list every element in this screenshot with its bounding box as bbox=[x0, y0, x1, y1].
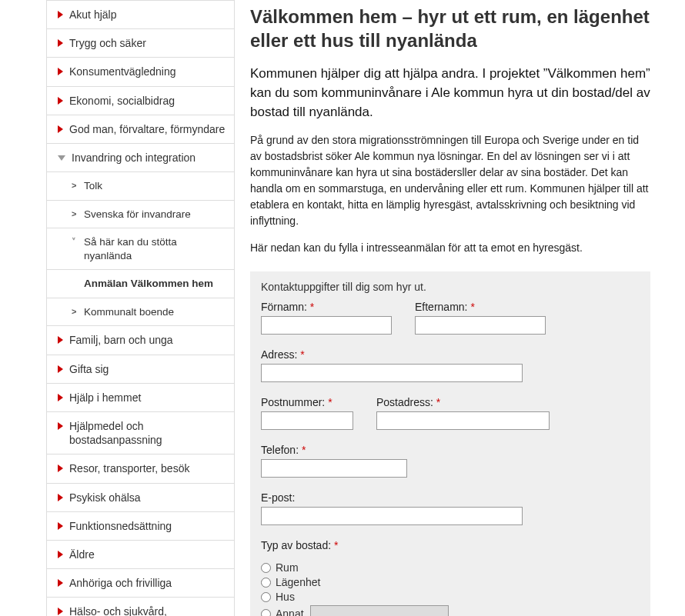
housing-option-label: Rum bbox=[276, 561, 299, 574]
chevron-right-icon bbox=[58, 422, 63, 430]
sidebar-item-label: Tolk bbox=[84, 179, 102, 193]
sidebar-item-4[interactable]: God man, förvaltare, förmyndare bbox=[47, 115, 234, 143]
chevron-right-icon bbox=[58, 97, 63, 105]
sidebar-item-label: Anhöriga och frivilliga bbox=[69, 576, 172, 590]
sidebar-item-label: Gifta sig bbox=[69, 362, 109, 376]
chevron-right-icon: > bbox=[72, 181, 78, 190]
housing-option-label: Lägenhet bbox=[276, 576, 320, 588]
sidebar-item-label: Funktionsnedsättning bbox=[69, 519, 172, 533]
page-title: Välkommen hem – hyr ut ett rum, en lägen… bbox=[250, 5, 650, 52]
lastname-label: Efternamn: * bbox=[415, 301, 546, 313]
sidebar-item-label: Så här kan du stötta nyanlända bbox=[84, 235, 226, 262]
sidebar-item-2[interactable]: Konsumentvägledning bbox=[47, 57, 234, 85]
sidebar-item-12[interactable]: Gifta sig bbox=[47, 355, 234, 383]
sidebar-item-17[interactable]: Funktionsnedsättning bbox=[47, 511, 234, 540]
sidebar-nav: Akut hjälpTrygg och säkerKonsumentvägled… bbox=[46, 0, 235, 616]
sidebar-item-label: Invandring och integration bbox=[72, 151, 195, 165]
phone-input[interactable] bbox=[261, 459, 407, 478]
chevron-right-icon bbox=[58, 551, 63, 558]
sidebar-item-label: Svenska för invandrare bbox=[84, 208, 191, 221]
housing-option-row: Annat bbox=[261, 605, 640, 616]
address-label: Adress: * bbox=[261, 348, 523, 361]
housing-radio-2[interactable] bbox=[261, 592, 271, 602]
housing-option-label: Hus bbox=[276, 591, 295, 603]
sidebar-item-13[interactable]: Hjälp i hemmet bbox=[47, 383, 234, 411]
contact-form: Kontaktuppgifter till dig som hyr ut. Fö… bbox=[250, 271, 650, 616]
chevron-right-icon bbox=[58, 11, 63, 18]
sidebar-item-label: Äldre bbox=[69, 548, 95, 561]
chevron-right-icon bbox=[58, 579, 63, 587]
sidebar-item-label: Anmälan Välkommen hem bbox=[84, 277, 213, 291]
sidebar-item-15[interactable]: Resor, transporter, besök bbox=[47, 454, 234, 482]
address-input[interactable] bbox=[261, 364, 523, 382]
chevron-right-icon: > bbox=[72, 209, 78, 218]
chevron-right-icon bbox=[58, 464, 63, 472]
sidebar-item-label: Kommunalt boende bbox=[84, 305, 174, 319]
firstname-input[interactable] bbox=[261, 316, 392, 335]
chevron-down-icon: ˅ bbox=[72, 237, 78, 247]
housing-label: Typ av bostad: * bbox=[261, 539, 640, 551]
sidebar-item-label: Konsumentvägledning bbox=[69, 65, 176, 78]
page-paragraph-2: Här nedan kan du fylla i intresseanmälan… bbox=[250, 240, 650, 256]
postcode-label: Postnummer: * bbox=[261, 396, 353, 408]
sidebar-item-label: Hjälpmedel och bostadsanpassning bbox=[69, 419, 226, 447]
chevron-right-icon bbox=[58, 608, 63, 615]
chevron-down-icon bbox=[58, 155, 65, 161]
chevron-right-icon bbox=[58, 68, 63, 75]
sidebar-item-label: Resor, transporter, besök bbox=[69, 461, 189, 475]
sidebar-item-label: Trygg och säker bbox=[69, 36, 146, 50]
housing-option-row: Rum bbox=[261, 561, 640, 574]
sidebar-item-label: Familj, barn och unga bbox=[69, 333, 173, 347]
sidebar-item-5[interactable]: Invandring och integration bbox=[47, 143, 234, 171]
sidebar-item-label: Akut hjälp bbox=[69, 8, 116, 22]
sidebar-item-14[interactable]: Hjälpmedel och bostadsanpassning bbox=[47, 411, 234, 454]
postaddr-label: Postadress: * bbox=[376, 396, 550, 408]
email-label: E-post: bbox=[261, 491, 523, 504]
sidebar-item-label: God man, förvaltare, förmyndare bbox=[69, 122, 225, 136]
chevron-right-icon bbox=[58, 394, 63, 401]
sidebar-item-3[interactable]: Ekonomi, socialbidrag bbox=[47, 86, 234, 115]
sidebar-item-label: Ekonomi, socialbidrag bbox=[69, 94, 175, 108]
sidebar-item-label: Hälso- och sjukvård, rehabilitering bbox=[69, 604, 226, 616]
chevron-right-icon bbox=[58, 39, 63, 47]
sidebar-item-7[interactable]: >Svenska för invandrare bbox=[47, 200, 234, 228]
housing-option-label: Annat bbox=[276, 608, 304, 616]
sidebar-item-6[interactable]: >Tolk bbox=[47, 171, 234, 200]
sidebar-item-label: Hjälp i hemmet bbox=[69, 391, 141, 405]
phone-label: Telefon: * bbox=[261, 444, 407, 456]
housing-radio-1[interactable] bbox=[261, 578, 271, 588]
page-paragraph-1: På grund av den stora migrationsströmnin… bbox=[250, 132, 650, 229]
email-input[interactable] bbox=[261, 507, 523, 525]
main-content: Välkommen hem – hyr ut ett rum, en lägen… bbox=[250, 0, 681, 616]
page-intro: Kommunen hjälper dig att hjälpa andra. I… bbox=[250, 65, 650, 122]
sidebar-item-10[interactable]: >Kommunalt boende bbox=[47, 298, 234, 326]
chevron-right-icon bbox=[58, 494, 63, 501]
housing-option-row: Lägenhet bbox=[261, 576, 640, 588]
sidebar-item-19[interactable]: Anhöriga och frivilliga bbox=[47, 568, 234, 597]
chevron-right-icon bbox=[58, 125, 63, 133]
housing-other-input[interactable] bbox=[310, 605, 449, 616]
sidebar-item-0[interactable]: Akut hjälp bbox=[47, 0, 234, 28]
housing-radio-3[interactable] bbox=[261, 609, 271, 616]
form-legend: Kontaktuppgifter till dig som hyr ut. bbox=[261, 281, 640, 293]
sidebar-item-18[interactable]: Äldre bbox=[47, 540, 234, 568]
postcode-input[interactable] bbox=[261, 411, 353, 430]
housing-radio-0[interactable] bbox=[261, 563, 271, 573]
sidebar-item-1[interactable]: Trygg och säker bbox=[47, 28, 234, 57]
chevron-right-icon: > bbox=[72, 307, 78, 316]
housing-option-row: Hus bbox=[261, 591, 640, 603]
firstname-label: Förnamn: * bbox=[261, 301, 392, 313]
chevron-right-icon bbox=[58, 522, 63, 530]
chevron-right-icon bbox=[58, 365, 63, 373]
chevron-right-icon bbox=[58, 336, 63, 344]
sidebar-item-11[interactable]: Familj, barn och unga bbox=[47, 325, 234, 354]
sidebar-item-9[interactable]: Anmälan Välkommen hem bbox=[47, 269, 234, 298]
sidebar-item-16[interactable]: Psykisk ohälsa bbox=[47, 483, 234, 511]
sidebar-item-20[interactable]: Hälso- och sjukvård, rehabilitering bbox=[47, 597, 234, 616]
sidebar-item-label: Psykisk ohälsa bbox=[69, 491, 141, 504]
postaddr-input[interactable] bbox=[376, 411, 550, 430]
sidebar-item-8[interactable]: ˅Så här kan du stötta nyanlända bbox=[47, 228, 234, 269]
lastname-input[interactable] bbox=[415, 316, 546, 335]
